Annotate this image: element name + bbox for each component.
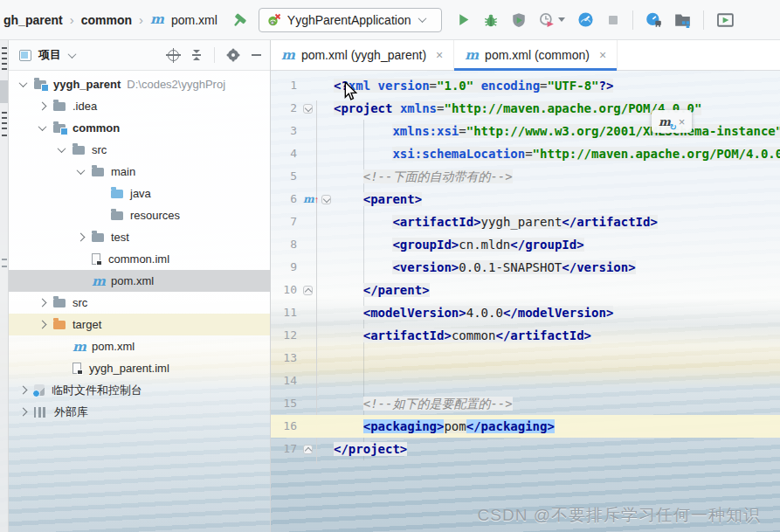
tree-item-12[interactable]: mpom.xml — [9, 335, 270, 357]
code-line-16[interactable]: 16 <packaging>pom</packaging> — [271, 415, 780, 438]
code-text[interactable]: </project> — [334, 438, 407, 460]
chevron-down-icon[interactable] — [68, 50, 77, 59]
project-panel-title[interactable]: 项目 — [38, 47, 61, 63]
run-tool-window-button[interactable] — [716, 12, 735, 28]
tree-item-14[interactable]: 临时文件和控制台 — [9, 379, 270, 401]
code-text[interactable]: <?xml version="1.0" encoding="UTF-8"?> — [334, 74, 613, 97]
code-line-5[interactable]: 5 <!--下面的自动带有的--> — [271, 165, 780, 188]
code-text[interactable]: <modelVersion>4.0.0</modelVersion> — [334, 301, 613, 324]
code-line-9[interactable]: 9 <version>0.0.1-SNAPSHOT</version> — [271, 256, 780, 279]
code-line-11[interactable]: 11 <modelVersion>4.0.0</modelVersion> — [271, 301, 780, 324]
run-with-coverage-button[interactable] — [511, 12, 527, 28]
close-icon[interactable]: × — [679, 115, 686, 128]
code-text[interactable]: <artifactId>yygh_parent</artifactId> — [334, 211, 658, 233]
fold-marker-icon[interactable] — [321, 195, 331, 204]
gear-icon[interactable] — [228, 50, 238, 60]
tree-item-8[interactable]: common.iml — [9, 248, 270, 270]
chevron-down-icon[interactable] — [77, 166, 86, 175]
maven-parent-icon[interactable]: m — [303, 193, 319, 205]
fold-marker-icon[interactable] — [303, 445, 313, 454]
tree-item-7[interactable]: test — [9, 226, 270, 248]
code-chip: <packaging>pom</packaging> — [363, 419, 555, 433]
tree-item-5[interactable]: java — [9, 183, 270, 204]
gutter: 11 — [271, 301, 334, 324]
tree-item-3[interactable]: src — [9, 139, 270, 161]
breadcrumb-file[interactable]: pom.xml — [171, 13, 217, 27]
tree-item-13[interactable]: yygh_parent.iml — [9, 357, 270, 379]
code-line-8[interactable]: 8 <groupId>cn.mldn</groupId> — [271, 233, 780, 256]
maven-reload-popup: m↻ × — [652, 110, 692, 133]
gutter: 3 — [271, 120, 334, 142]
chevron-right-icon[interactable] — [38, 321, 47, 329]
tree-item-11[interactable]: target — [9, 314, 270, 335]
code-text[interactable]: <project xmlns="http://maven.apache.org/… — [334, 97, 701, 120]
run-button[interactable] — [456, 12, 471, 27]
breadcrumb-submodule[interactable]: common — [81, 13, 132, 27]
code-line-6[interactable]: 6m <parent> — [271, 188, 780, 211]
close-icon[interactable]: × — [599, 48, 606, 62]
code-text[interactable]: <artifactId>common</artifactId> — [334, 324, 591, 347]
tree-item-0[interactable]: yygh_parentD:\codes2\yyghProj — [9, 73, 270, 95]
build-hammer-icon[interactable] — [231, 11, 248, 28]
profiler-button[interactable] — [539, 12, 565, 28]
code-line-17[interactable]: 17</project> — [271, 438, 780, 460]
chevron-right-icon[interactable] — [38, 102, 47, 111]
close-icon[interactable]: × — [436, 48, 443, 62]
chevron-right-icon[interactable] — [19, 386, 28, 395]
code-line-13[interactable]: 13 — [271, 347, 780, 370]
hide-panel-icon[interactable] — [252, 54, 261, 56]
debug-button[interactable] — [483, 12, 499, 28]
locate-file-icon[interactable] — [168, 50, 179, 61]
maven-reload-icon[interactable]: m↻ — [659, 115, 671, 128]
tree-item-9[interactable]: mpom.xml — [9, 270, 270, 292]
code-text[interactable]: <!--如下的是要配置的--> — [334, 392, 513, 415]
chevron-right-icon[interactable] — [77, 233, 86, 242]
code-line-7[interactable]: 7 <artifactId>yygh_parent</artifactId> — [271, 211, 780, 233]
run-configuration-select[interactable]: YyghParentApplication — [259, 8, 443, 32]
chevron-down-icon[interactable] — [19, 79, 28, 87]
chevron-down-icon[interactable] — [58, 144, 66, 153]
tool-window-stripe[interactable] — [0, 40, 9, 532]
gauge-plug-button[interactable] — [645, 11, 662, 28]
code-text[interactable]: xsi:schemaLocation="http://maven.apache.… — [334, 142, 780, 165]
csdn-watermark: CSDN @不要排斥学习任何一种知识 — [478, 504, 761, 527]
code-line-10[interactable]: 10 </parent> — [271, 279, 780, 301]
code-text[interactable]: <groupId>cn.mldn</groupId> — [334, 233, 584, 256]
code-text[interactable]: <packaging>pom</packaging> — [334, 415, 555, 438]
code-text[interactable]: xmlns:xsi="http://www.w3.org/2001/XMLSch… — [334, 120, 780, 142]
line-number: 10 — [271, 279, 297, 301]
code-chip: <project xmlns="http://maven.apache.org/… — [334, 101, 701, 115]
code-text[interactable]: <version>0.0.1-SNAPSHOT</version> — [334, 256, 636, 279]
tab-pom-common[interactable]: m pom.xml (common) × — [454, 40, 618, 70]
project-structure-button[interactable] — [674, 11, 691, 28]
fold-marker-icon[interactable] — [303, 104, 313, 114]
folder-icon — [92, 233, 104, 242]
tree-item-1[interactable]: .idea — [9, 95, 270, 117]
tree-item-4[interactable]: main — [9, 161, 270, 183]
tab-pom-yygh-parent[interactable]: m pom.xml (yygh_parent) × — [271, 40, 454, 70]
chevron-right-icon[interactable] — [19, 408, 28, 417]
gutter: 12 — [271, 324, 334, 347]
code-text[interactable]: <parent> — [334, 188, 422, 211]
chevron-down-icon[interactable] — [38, 122, 47, 131]
code-line-3[interactable]: 3 xmlns:xsi="http://www.w3.org/2001/XMLS… — [271, 120, 780, 142]
code-text[interactable]: </parent> — [334, 279, 430, 301]
code-line-15[interactable]: 15 <!--如下的是要配置的--> — [271, 392, 780, 415]
code-line-14[interactable]: 14 — [271, 370, 780, 392]
fold-marker-icon[interactable] — [303, 286, 313, 295]
chevron-right-icon[interactable] — [38, 299, 47, 307]
token-tx: 4.0.0 — [466, 306, 503, 320]
tree-item-15[interactable]: 外部库 — [9, 401, 270, 423]
tree-item-2[interactable]: common — [9, 117, 270, 139]
collapse-all-icon[interactable] — [192, 50, 201, 60]
breadcrumb-module[interactable]: gh_parent — [3, 13, 63, 27]
code-text[interactable]: <!--下面的自动带有的--> — [334, 165, 513, 188]
code-chip: <version>0.0.1-SNAPSHOT</version> — [392, 260, 635, 274]
services-gauge-button[interactable] — [577, 11, 594, 28]
code-line-4[interactable]: 4 xsi:schemaLocation="http://maven.apach… — [271, 142, 780, 165]
code-line-12[interactable]: 12 <artifactId>common</artifactId> — [271, 324, 780, 347]
project-stripe-button[interactable] — [0, 80, 8, 103]
tree-item-6[interactable]: resources — [9, 204, 270, 226]
tree-item-10[interactable]: src — [9, 292, 270, 314]
editor[interactable]: 1<?xml version="1.0" encoding="UTF-8"?>2… — [271, 71, 780, 532]
